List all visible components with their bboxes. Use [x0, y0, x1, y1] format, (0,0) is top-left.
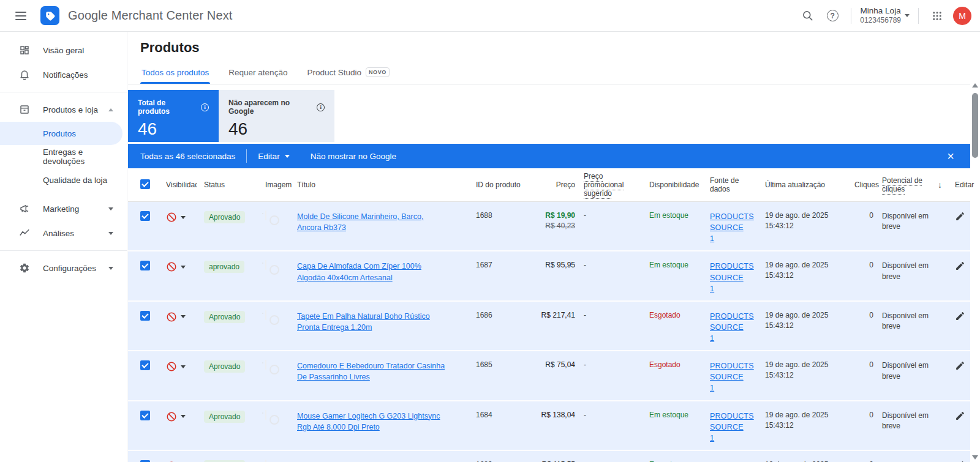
clicks: 0	[850, 401, 877, 450]
chevron-down-icon	[181, 266, 186, 269]
account-switcher[interactable]: Minha Loja 0123456789	[858, 6, 912, 26]
promo-price: -	[579, 451, 644, 462]
promo-price: -	[579, 202, 644, 250]
sidebar-item-label: Configurações	[43, 264, 96, 273]
column-source: Fonte de dados	[705, 173, 760, 197]
chevron-down-icon	[181, 365, 186, 368]
hide-on-google-button[interactable]: Não mostrar no Google	[311, 152, 396, 161]
vertical-scrollbar[interactable]	[971, 80, 979, 462]
column-updated: Última atualização	[760, 177, 850, 193]
edit-pencil-icon[interactable]	[950, 202, 971, 250]
column-promo[interactable]: Preço promocional sugerido	[579, 168, 644, 201]
tab-product-studio[interactable]: Product Studio NOVO	[306, 65, 390, 84]
chevron-down-icon	[108, 232, 113, 235]
price: R$ 95,95	[540, 261, 575, 269]
product-title-link[interactable]: Tapete Em Palha Natural Boho Rústico Pro…	[297, 312, 430, 332]
search-icon[interactable]	[796, 4, 820, 28]
visibility-dropdown[interactable]	[166, 411, 195, 422]
price: R$ 19,90	[540, 211, 575, 220]
data-source-link[interactable]: PRODUCTS SOURCE 1	[710, 311, 748, 344]
table-row: Aprovado Teclado Sem fio Logitech K270 C…	[128, 451, 970, 462]
product-title-link[interactable]: Comedouro E Bebedouro Tratador Casinha D…	[297, 362, 445, 381]
column-potential[interactable]: Potencial de cliques	[877, 173, 938, 197]
visibility-dropdown[interactable]	[166, 360, 195, 372]
bell-icon	[18, 69, 31, 81]
row-checkbox[interactable]	[140, 311, 150, 321]
product-id: 1687	[471, 251, 535, 300]
blocked-icon	[166, 411, 177, 422]
merchant-tag-logo	[40, 6, 59, 25]
visibility-dropdown[interactable]	[166, 261, 195, 272]
account-id: 0123456789	[860, 16, 901, 25]
tab-todos-os-produtos[interactable]: Todos os produtos	[140, 65, 210, 84]
sidebar-item-notificacoes[interactable]: Notificações	[0, 62, 127, 87]
scroll-up-icon[interactable]	[972, 83, 978, 88]
data-source-link[interactable]: PRODUCTS SOURCE 1	[710, 360, 748, 393]
card-total-de-produtos[interactable]: Total de produtosi 46	[128, 90, 219, 142]
column-visibility: Visibilidade	[161, 177, 199, 193]
sidebar-item-analises[interactable]: Análises	[0, 221, 127, 245]
sidebar-item-label: Produtos	[43, 129, 76, 138]
price-old: R$ 40,23	[540, 222, 575, 230]
edit-pencil-icon[interactable]	[950, 251, 971, 300]
sidebar-item-configuracoes[interactable]: Configurações	[0, 256, 127, 280]
status-badge: Aprovado	[204, 360, 245, 373]
chevron-down-icon	[108, 267, 113, 270]
stat-cards: Total de produtosi 46 Não aparecem no Go…	[128, 90, 970, 142]
help-icon[interactable]: ?	[820, 4, 845, 28]
column-edit: Editar	[950, 177, 971, 193]
scroll-down-icon[interactable]	[972, 455, 978, 460]
product-title-link[interactable]: Capa De Almofada Com Zíper 100% Algodão …	[297, 262, 421, 281]
selection-count: Todas as 46 selecionadas	[140, 152, 235, 161]
card-nao-aparecem-no-google[interactable]: Não aparecem no Googlei 46	[219, 90, 334, 142]
close-icon[interactable]: ×	[943, 147, 958, 165]
sidebar-item-marketing[interactable]: Marketing	[0, 196, 127, 221]
updated-date: 19 de ago. de 2025	[765, 261, 846, 269]
product-title-link[interactable]: Molde De Silicone Marinheiro, Barco, Anc…	[297, 212, 423, 232]
updated-time: 15:43:12	[765, 371, 846, 379]
sidebar-item-produtos-e-loja[interactable]: Produtos e loja	[0, 97, 127, 122]
column-image: Imagem	[260, 177, 292, 193]
sidebar-item-qualidade-da-loja[interactable]: Qualidade da loja	[0, 168, 127, 192]
column-id: ID do produto	[471, 177, 535, 193]
visibility-dropdown[interactable]	[166, 311, 195, 322]
chevron-down-icon	[108, 207, 113, 211]
edit-pencil-icon[interactable]	[950, 451, 971, 462]
click-potential: Disponível em breve	[877, 401, 938, 450]
sidebar-item-produtos[interactable]: Produtos	[0, 122, 123, 145]
sort-descending-icon[interactable]: ↓	[938, 180, 950, 190]
product-title-link[interactable]: Mouse Gamer Logitech G G203 Lightsync Rg…	[297, 412, 440, 431]
card-value: 46	[138, 119, 209, 139]
data-source-link[interactable]: PRODUCTS SOURCE 1	[710, 211, 748, 244]
row-checkbox[interactable]	[140, 360, 150, 370]
status-badge: Aprovado	[204, 311, 245, 323]
row-checkbox[interactable]	[140, 411, 150, 420]
selection-bar: Todas as 46 selecionadas Editar Não most…	[128, 144, 970, 168]
select-all-checkbox[interactable]	[140, 179, 150, 189]
edit-pencil-icon[interactable]	[950, 401, 971, 450]
row-checkbox[interactable]	[140, 211, 150, 221]
edit-pencil-icon[interactable]	[950, 351, 971, 400]
product-id: 1683	[471, 451, 535, 462]
edit-pencil-icon[interactable]	[950, 302, 971, 350]
data-source-link[interactable]: PRODUCTS SOURCE 1	[710, 261, 748, 294]
product-image-placeholder	[265, 410, 266, 420]
menu-icon[interactable]	[9, 4, 33, 28]
tab-requer-atencao[interactable]: Requer atenção	[227, 65, 288, 84]
updated-time: 15:43:12	[765, 222, 846, 230]
sidebar-item-visao-geral[interactable]: Visão geral	[0, 38, 127, 62]
edit-dropdown-button[interactable]: Editar	[258, 152, 289, 161]
status-badge: Aprovado	[204, 411, 245, 423]
apps-grid-icon[interactable]	[925, 4, 949, 28]
chevron-down-icon	[181, 216, 186, 219]
row-checkbox[interactable]	[140, 261, 150, 270]
data-source-link[interactable]: PRODUCTS SOURCE 1	[710, 411, 748, 444]
visibility-dropdown[interactable]	[166, 211, 195, 223]
sidebar-item-entregas-e-devolucoes[interactable]: Entregas e devoluções	[0, 145, 127, 168]
chevron-down-icon	[905, 14, 910, 17]
promo-price: -	[579, 351, 644, 400]
updated-time: 15:43:12	[765, 421, 846, 430]
scrollbar-thumb[interactable]	[972, 93, 978, 158]
avatar[interactable]: M	[953, 7, 971, 25]
sidebar-item-label: Visão geral	[43, 46, 84, 55]
